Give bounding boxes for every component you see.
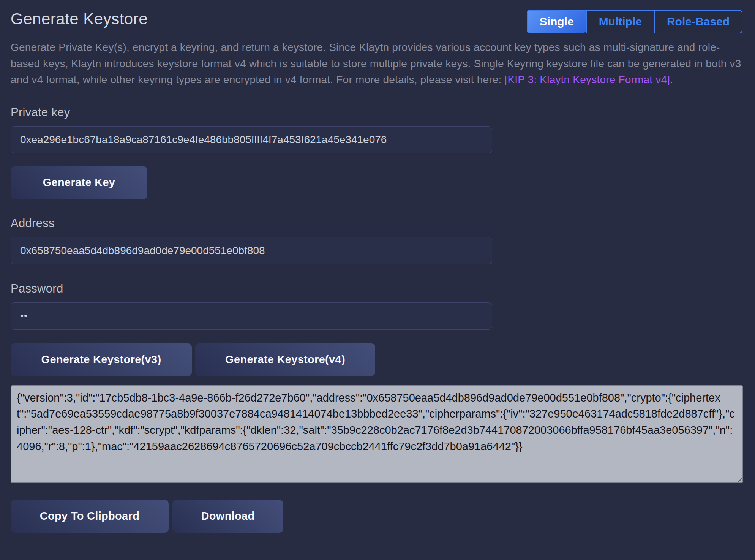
keystore-output-container: {"version":3,"id":"17cb5db8-1bc3-4a9e-86…: [11, 385, 743, 485]
keystore-output-textarea[interactable]: {"version":3,"id":"17cb5db8-1bc3-4a9e-86…: [11, 385, 743, 483]
tab-multiple[interactable]: Multiple: [586, 11, 654, 33]
generate-keystore-v4-button[interactable]: Generate Keystore(v4): [195, 343, 375, 376]
private-key-label: Private key: [11, 106, 742, 119]
address-label: Address: [11, 217, 742, 230]
password-label: Password: [11, 282, 742, 296]
download-button[interactable]: Download: [172, 500, 283, 533]
tab-single[interactable]: Single: [528, 11, 586, 33]
description-text-end: .: [670, 74, 673, 85]
page-description: Generate Private Key(s), encrypt a keyri…: [11, 40, 742, 88]
copy-to-clipboard-button[interactable]: Copy To Clipboard: [11, 500, 169, 533]
kip3-link[interactable]: [KIP 3: Klaytn Keystore Format v4]: [504, 74, 670, 85]
generate-key-button[interactable]: Generate Key: [11, 166, 147, 199]
password-input[interactable]: [11, 302, 492, 330]
private-key-input[interactable]: [11, 126, 492, 153]
address-input[interactable]: [11, 237, 492, 264]
output-actions-row: Copy To Clipboard Download: [11, 500, 742, 533]
tab-role-based[interactable]: Role-Based: [654, 11, 742, 33]
generate-keystore-v3-button[interactable]: Generate Keystore(v3): [11, 343, 192, 376]
keyring-type-tab-group: Single Multiple Role-Based: [527, 10, 742, 33]
generate-keystore-button-row: Generate Keystore(v3) Generate Keystore(…: [11, 343, 742, 376]
